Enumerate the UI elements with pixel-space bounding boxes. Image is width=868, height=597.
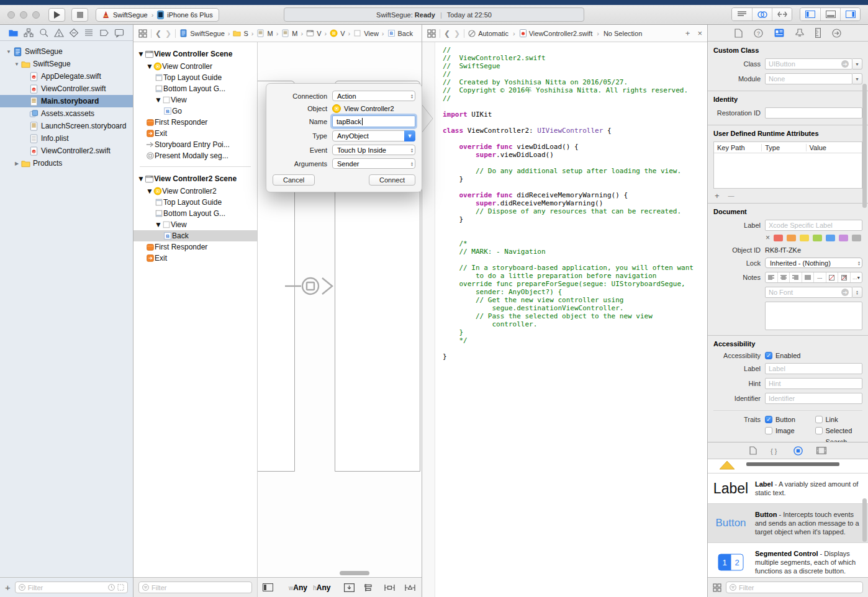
library-item-label[interactable]: LabelLabel - A variably sized amount of … xyxy=(708,474,868,504)
breadcrumb-item[interactable]: M xyxy=(256,29,273,37)
breadcrumb-selection[interactable]: No Selection xyxy=(604,30,642,37)
clear-color-button[interactable]: × xyxy=(766,233,770,242)
find-navigator-tab-icon[interactable] xyxy=(39,28,49,38)
document-label-field[interactable]: Xcode Specific Label xyxy=(765,220,862,231)
a11y-label-field[interactable]: Label xyxy=(765,363,862,374)
back-button[interactable]: ❮ xyxy=(155,29,161,38)
outline-row-top-layout-guide[interactable]: Top Layout Guide xyxy=(133,72,257,83)
file-row-swiftsegue[interactable]: ▼SwiftSegue xyxy=(0,58,133,70)
minimize-window-button[interactable] xyxy=(20,11,27,19)
unsaved-files-icon[interactable] xyxy=(117,584,124,591)
media-library-tab-icon[interactable] xyxy=(816,447,826,454)
disclosure-triangle-icon[interactable]: ▼ xyxy=(137,174,145,183)
justify-button[interactable] xyxy=(802,272,814,282)
file-row-swiftsegue[interactable]: ▼SwiftSegue xyxy=(0,45,133,58)
breadcrumb-file[interactable]: ViewController2.swift xyxy=(520,29,593,37)
checkbox[interactable] xyxy=(815,416,823,423)
library-filter-field[interactable]: Filter xyxy=(726,581,863,593)
report-navigator-tab-icon[interactable] xyxy=(114,28,124,38)
outline-row-first-responder[interactable]: First Responder xyxy=(133,241,257,253)
color-swatch[interactable] xyxy=(826,235,835,241)
related-items-icon[interactable] xyxy=(427,29,436,38)
align-center-button[interactable] xyxy=(777,272,790,282)
outline-row-first-responder[interactable]: First Responder xyxy=(133,117,257,128)
stop-button[interactable] xyxy=(71,8,88,22)
disclosure-triangle-icon[interactable]: ▼ xyxy=(5,49,12,55)
zoom-window-button[interactable] xyxy=(32,11,40,19)
issue-navigator-tab-icon[interactable] xyxy=(54,28,64,38)
outline-row-top-layout-guide[interactable]: Top Layout Guide xyxy=(133,197,257,208)
outline-row-exit[interactable]: Exit xyxy=(133,128,257,139)
font-stepper[interactable]: ▴▾ xyxy=(852,287,862,298)
outline-row-view[interactable]: ▼View xyxy=(133,94,257,105)
close-window-button[interactable] xyxy=(7,11,15,19)
outline-filter-field[interactable]: Filter xyxy=(138,581,252,593)
outline-row-storyboard-entry-poi-[interactable]: Storyboard Entry Poi... xyxy=(133,139,257,150)
color-swatch[interactable] xyxy=(774,235,783,241)
more-formats-button[interactable]: …▾ xyxy=(850,272,862,282)
file-row-viewcontroller-swift[interactable]: ViewController.swift xyxy=(0,83,133,95)
view-as-icon[interactable] xyxy=(263,583,273,591)
udra-add-button[interactable]: + xyxy=(715,191,720,200)
attributes-inspector-tab-icon[interactable] xyxy=(795,29,804,38)
font-field[interactable]: No Font ➔ xyxy=(765,287,852,298)
grid-view-icon[interactable] xyxy=(713,583,721,592)
align-right-button[interactable] xyxy=(789,272,802,282)
color-swatch[interactable] xyxy=(787,235,796,241)
connections-inspector-tab-icon[interactable] xyxy=(832,29,841,38)
file-row-appdelegate-swift[interactable]: AppDelegate.swift xyxy=(0,70,133,83)
lock-popup[interactable]: Inherited - (Nothing) ▴▾ xyxy=(765,258,862,268)
library-item-partial[interactable] xyxy=(708,460,868,474)
outline-row-present-modally-seg-[interactable]: Present Modally seg... xyxy=(133,150,257,161)
breadcrumb-item[interactable]: V xyxy=(330,29,345,37)
pin-icon[interactable] xyxy=(384,583,395,592)
background-color-button[interactable] xyxy=(838,272,850,282)
disclosure-triangle-icon[interactable]: ▼ xyxy=(146,62,153,71)
breadcrumb-item[interactable]: S xyxy=(233,29,248,37)
add-assistant-button[interactable]: + xyxy=(685,29,690,38)
outline-row-bottom-layout-g-[interactable]: Bottom Layout G... xyxy=(133,208,257,219)
forward-button[interactable]: ❯ xyxy=(454,29,460,38)
breadcrumb-item[interactable]: View xyxy=(353,29,379,37)
font-panel-icon[interactable]: ➔ xyxy=(841,289,849,296)
checkbox[interactable]: ✓ xyxy=(765,416,772,423)
udra-table[interactable]: Key PathTypeValue xyxy=(713,141,862,189)
segue-arrow-icon[interactable] xyxy=(285,277,336,295)
library-item-button[interactable]: ButtonButton - Intercepts touch events a… xyxy=(708,504,868,543)
color-swatch[interactable] xyxy=(813,235,822,241)
breadcrumb-item[interactable]: BBack xyxy=(387,29,413,37)
event-popup[interactable]: Touch Up Inside ▴▾ xyxy=(332,145,415,155)
arguments-popup[interactable]: Sender ▴▾ xyxy=(332,158,415,169)
file-row-products[interactable]: ▶Products xyxy=(0,157,133,169)
color-swatch[interactable] xyxy=(839,235,848,241)
a11y-identifier-field[interactable]: Identifier xyxy=(765,393,862,404)
close-assistant-button[interactable]: × xyxy=(697,29,702,38)
color-swatch[interactable] xyxy=(800,235,809,241)
file-inspector-tab-icon[interactable] xyxy=(735,29,743,38)
module-field[interactable]: None xyxy=(765,73,852,84)
outline-row-bottom-layout-g-[interactable]: Bottom Layout G... xyxy=(133,83,257,94)
connect-button[interactable]: Connect xyxy=(369,174,415,186)
file-row-viewcontroller2-swift[interactable]: ViewController2.swift xyxy=(0,145,133,157)
udra-remove-button[interactable]: — xyxy=(728,192,735,199)
back-button[interactable]: ❮ xyxy=(444,29,450,38)
restoration-id-field[interactable] xyxy=(765,107,862,119)
jump-to-class-icon[interactable]: ➔ xyxy=(841,60,849,68)
navigator-filter-field[interactable]: Filter xyxy=(15,581,128,593)
add-file-button[interactable]: + xyxy=(5,582,11,593)
recent-files-icon[interactable] xyxy=(108,584,115,591)
outline-row-view-controller2[interactable]: ▼View Controller2 xyxy=(133,186,257,197)
library-item-segmented-control[interactable]: 12Segmented Control - Displays multiple … xyxy=(708,543,868,577)
outline-row-view-controller[interactable]: ▼View Controller xyxy=(133,61,257,72)
text-color-button[interactable] xyxy=(826,272,838,282)
checkbox[interactable] xyxy=(815,427,823,434)
checkbox[interactable] xyxy=(765,427,772,434)
spacing-button[interactable]: --- xyxy=(813,272,826,282)
outline-row-view-controller-scene[interactable]: ▼View Controller Scene xyxy=(133,47,257,61)
resolve-issues-icon[interactable] xyxy=(405,583,415,592)
size-class-control[interactable]: wAny hAny xyxy=(289,583,330,592)
toggle-debug-button[interactable] xyxy=(820,8,840,20)
disclosure-triangle-icon[interactable]: ▼ xyxy=(13,61,20,67)
a11y-hint-field[interactable]: Hint xyxy=(765,378,862,389)
horizontal-scrollbar[interactable] xyxy=(340,571,369,575)
